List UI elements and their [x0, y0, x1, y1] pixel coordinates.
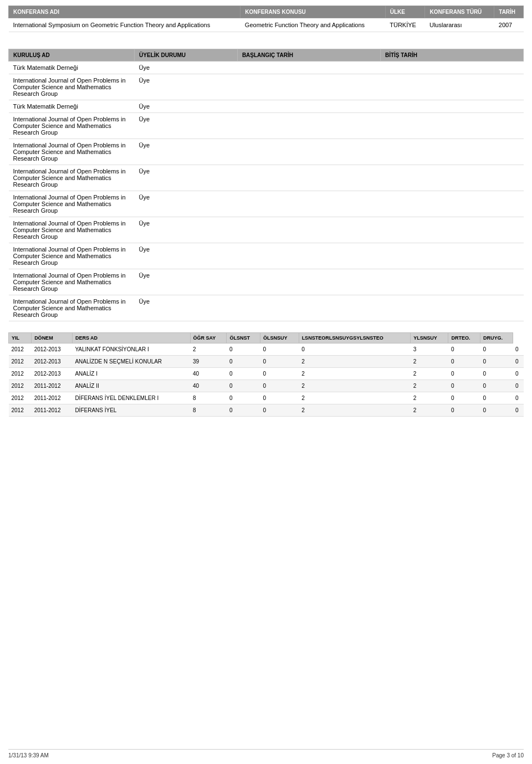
table-row: 20122012-2013YALINKAT FONKSİYONLAR I2000…	[9, 343, 524, 356]
courses-header-cell: ÖLSNST	[227, 333, 260, 343]
table-row: International Journal of Open Problems i…	[9, 191, 524, 217]
courses-header-cell: ÖLSNSUY	[260, 333, 299, 343]
mem-header-end: BİTİŞ TARİH	[380, 49, 523, 61]
table-row: 20122012-2013ANALİZ I400022000	[9, 368, 524, 380]
table-row: International Journal of Open Problems i…	[9, 139, 524, 165]
table-row: International Journal of Open Problems i…	[9, 217, 524, 243]
table-row: Türk Matematik DerneğiÜye	[9, 61, 524, 74]
conf-header-country: ÜLKE	[385, 6, 425, 18]
courses-header-cell: DRUYG.	[480, 333, 513, 343]
membership-section: KURULUŞ AD ÜYELİK DURUMU BAŞLANGIÇ TARİH…	[8, 49, 524, 321]
table-row: 20122011-2012ANALİZ II400022000	[9, 380, 524, 392]
membership-table: KURULUŞ AD ÜYELİK DURUMU BAŞLANGIÇ TARİH…	[8, 49, 524, 321]
courses-header-cell: DRTEO.	[448, 333, 480, 343]
footer-page: Page 3 of 10	[492, 752, 524, 758]
conference-table: KONFERANS ADI KONFERANS KONUSU ÜLKE KONF…	[8, 6, 524, 32]
mem-header-status: ÜYELİK DURUMU	[135, 49, 238, 61]
footer-timestamp: 1/31/13 9:39 AM	[8, 752, 49, 758]
conf-header-name: KONFERANS ADI	[9, 6, 241, 18]
courses-header-cell: DÖNEM	[32, 333, 73, 343]
mem-header-org: KURULUŞ AD	[9, 49, 135, 61]
page-container: KONFERANS ADI KONFERANS KONUSU ÜLKE KONF…	[0, 0, 532, 764]
courses-header-cell: YLSNSUY	[411, 333, 448, 343]
courses-section: YILDÖNEMDERS ADÖĞR SAYÖLSNSTÖLSNSUYLSNST…	[8, 332, 524, 417]
table-row: 20122011-2012DİFERANS İYEL DENKLEMLER I8…	[9, 392, 524, 404]
table-row: Türk Matematik DerneğiÜye	[9, 100, 524, 113]
conf-header-subject: KONFERANS KONUSU	[241, 6, 385, 18]
courses-header-cell: DERS AD	[72, 333, 190, 343]
table-row: 20122011-2012DİFERANS İYEL80022000	[9, 404, 524, 417]
courses-header-cell: YIL	[9, 333, 32, 343]
courses-table: YILDÖNEMDERS ADÖĞR SAYÖLSNSTÖLSNSUYLSNST…	[8, 332, 524, 417]
courses-header-cell: ÖĞR SAY	[190, 333, 227, 343]
mem-header-start: BAŞLANGIÇ TARİH	[237, 49, 380, 61]
table-row: 20122012-2013ANALİZDE N SEÇMELİ KONULAR3…	[9, 356, 524, 368]
page-footer: 1/31/13 9:39 AM Page 3 of 10	[8, 749, 524, 758]
table-row: International Journal of Open Problems i…	[9, 243, 524, 269]
conf-header-date: TARİH	[494, 6, 524, 18]
table-row: International Journal of Open Problems i…	[9, 295, 524, 321]
conf-header-type: KONFERANS TÜRÜ	[425, 6, 494, 18]
table-row: International Journal of Open Problems i…	[9, 269, 524, 295]
table-row: International Symposium on Geometric Fun…	[9, 18, 524, 32]
table-row: International Journal of Open Problems i…	[9, 74, 524, 100]
table-row: International Journal of Open Problems i…	[9, 113, 524, 139]
courses-header-cell: LSNSTEORLSNSUYGSYLSNSTEO	[299, 333, 411, 343]
table-row: International Journal of Open Problems i…	[9, 165, 524, 191]
